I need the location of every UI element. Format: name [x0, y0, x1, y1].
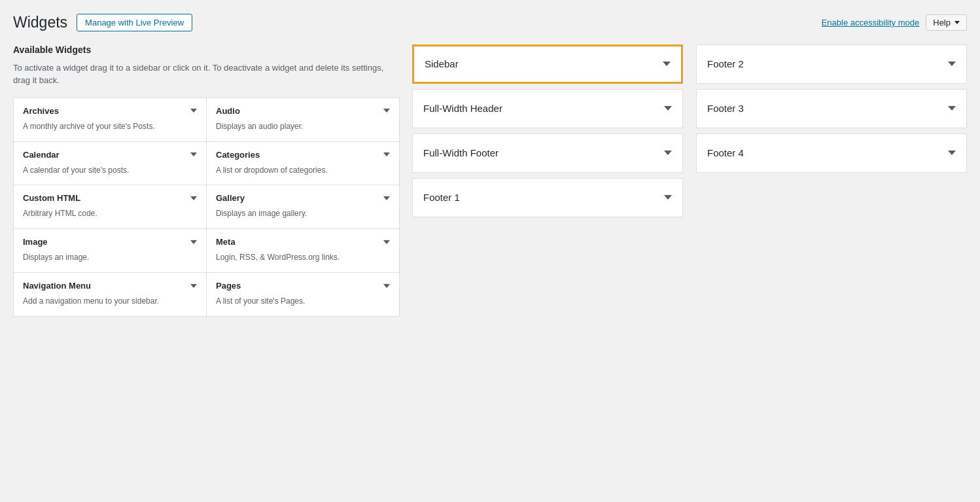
widget-description: Login, RSS, & WordPress.org links. [216, 252, 390, 263]
manage-live-preview-button[interactable]: Manage with Live Preview [77, 14, 192, 31]
panel-name: Footer 3 [707, 103, 744, 114]
panel-expand-icon[interactable] [664, 106, 672, 111]
accessibility-mode-link[interactable]: Enable accessibility mode [822, 18, 920, 27]
widget-expand-icon[interactable] [383, 152, 390, 156]
widget-item-audio[interactable]: Audio Displays an audio player. [206, 98, 400, 142]
panel-footer-4[interactable]: Footer 4 [696, 134, 967, 173]
widget-description: A monthly archive of your site's Posts. [23, 121, 197, 132]
widget-description: A list of your site's Pages. [216, 296, 390, 307]
widget-expand-icon[interactable] [383, 196, 390, 200]
widget-description: Displays an image gallery. [216, 208, 390, 219]
widget-expand-icon[interactable] [190, 240, 197, 244]
widget-description: Displays an audio player. [216, 121, 390, 132]
widget-name: Audio [216, 106, 240, 116]
panel-sidebar[interactable]: Sidebar [412, 45, 683, 84]
widget-item-pages[interactable]: Pages A list of your site's Pages. [206, 272, 400, 317]
widget-description: A calendar of your site's posts. [23, 165, 197, 176]
widget-item-custom-html[interactable]: Custom HTML Arbitrary HTML code. [13, 185, 207, 229]
panel-footer-2[interactable]: Footer 2 [696, 45, 967, 84]
widget-item-gallery[interactable]: Gallery Displays an image gallery. [206, 185, 400, 229]
panel-expand-icon[interactable] [948, 106, 956, 111]
widget-description: Displays an image. [23, 252, 197, 263]
widget-name: Image [23, 237, 48, 247]
widget-item-archives[interactable]: Archives A monthly archive of your site'… [13, 98, 207, 142]
panel-expand-icon[interactable] [663, 62, 671, 66]
widget-expand-icon[interactable] [190, 284, 197, 288]
panels-right-column: Footer 2 Footer 3 Footer 4 [696, 45, 967, 316]
available-widgets-description: To activate a widget drag it to a sideba… [13, 62, 399, 87]
widget-description: Add a navigation menu to your sidebar. [23, 296, 197, 307]
available-widgets-heading: Available Widgets [13, 45, 399, 55]
panel-name: Footer 1 [423, 192, 460, 203]
widget-name: Archives [23, 106, 59, 116]
panel-expand-icon[interactable] [948, 62, 956, 66]
widget-name: Pages [216, 281, 241, 291]
widget-expand-icon[interactable] [383, 284, 390, 288]
widget-item-calendar[interactable]: Calendar A calendar of your site's posts… [13, 141, 207, 186]
panel-name: Sidebar [425, 58, 459, 69]
widget-description: A list or dropdown of categories. [216, 165, 390, 176]
widget-expand-icon[interactable] [383, 240, 390, 244]
widget-expand-icon[interactable] [190, 196, 197, 200]
panel-expand-icon[interactable] [664, 151, 672, 155]
widgets-grid: Archives A monthly archive of your site'… [13, 98, 399, 316]
panel-name: Full-Width Footer [423, 147, 499, 158]
panel-full-width-footer[interactable]: Full-Width Footer [412, 134, 683, 173]
widget-expand-icon[interactable] [190, 109, 197, 113]
panel-full-width-header[interactable]: Full-Width Header [412, 89, 683, 128]
panel-footer-3[interactable]: Footer 3 [696, 89, 967, 128]
widget-name: Calendar [23, 150, 60, 160]
widget-name: Gallery [216, 193, 245, 203]
panel-footer-1[interactable]: Footer 1 [412, 178, 683, 217]
widget-item-meta[interactable]: Meta Login, RSS, & WordPress.org links. [206, 228, 400, 273]
widget-description: Arbitrary HTML code. [23, 208, 197, 219]
help-chevron-icon [954, 21, 960, 24]
panel-name: Full-Width Header [423, 103, 502, 114]
panels-left-column: Sidebar Full-Width Header Full-Width Foo… [412, 45, 683, 316]
widget-name: Categories [216, 150, 260, 160]
widget-name: Custom HTML [23, 193, 80, 203]
panel-name: Footer 2 [707, 58, 744, 69]
widget-item-categories[interactable]: Categories A list or dropdown of categor… [206, 141, 400, 186]
help-button[interactable]: Help [926, 14, 967, 31]
help-label: Help [933, 18, 951, 27]
page-title: Widgets [13, 13, 67, 33]
widget-name: Navigation Menu [23, 281, 91, 291]
panel-name: Footer 4 [707, 147, 744, 158]
widget-item-image[interactable]: Image Displays an image. [13, 228, 207, 273]
panel-expand-icon[interactable] [664, 195, 672, 200]
widget-expand-icon[interactable] [383, 109, 390, 113]
widget-expand-icon[interactable] [190, 152, 197, 156]
widget-item-navigation-menu[interactable]: Navigation Menu Add a navigation menu to… [13, 272, 207, 317]
panel-expand-icon[interactable] [948, 151, 956, 155]
widget-name: Meta [216, 237, 236, 247]
